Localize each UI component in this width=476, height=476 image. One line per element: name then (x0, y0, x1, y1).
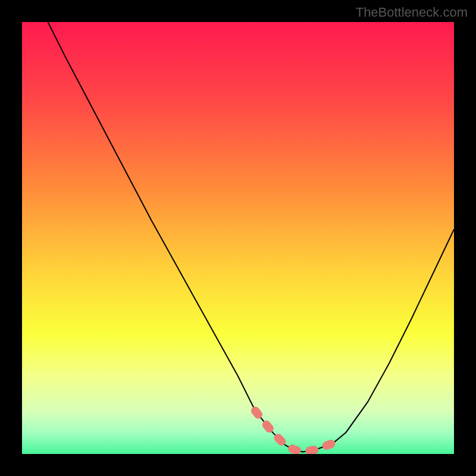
attribution-label: TheBottleneck.com (356, 5, 468, 20)
gradient-background (22, 22, 454, 454)
plot-area (22, 22, 454, 454)
chart-svg (22, 22, 454, 454)
chart-container: TheBottleneck.com (0, 0, 476, 476)
